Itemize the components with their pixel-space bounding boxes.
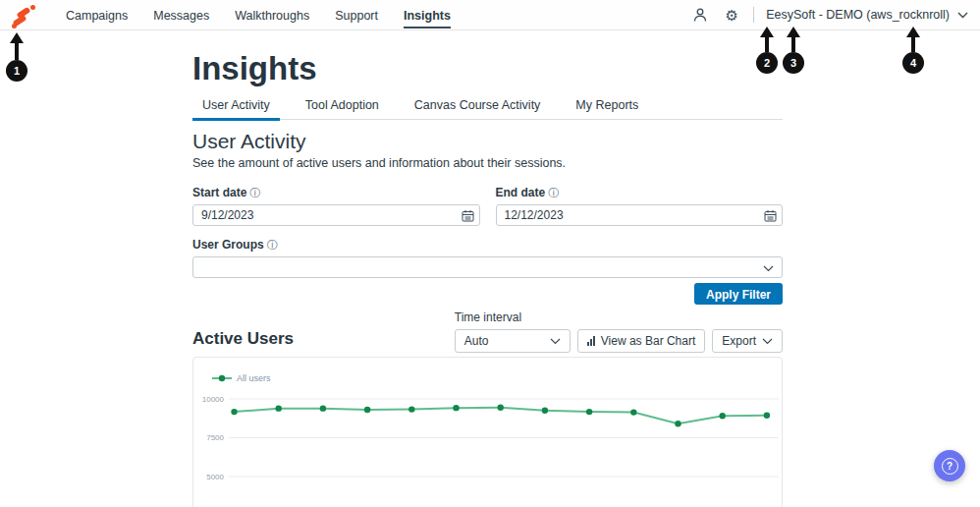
calendar-icon[interactable] — [764, 208, 777, 226]
user-groups-info-icon[interactable]: ⓘ — [267, 239, 278, 251]
user-profile-icon[interactable] — [690, 5, 710, 25]
start-date-label: Start date — [192, 186, 246, 199]
chevron-down-icon — [957, 12, 968, 19]
end-date-input[interactable] — [496, 204, 784, 226]
arrow-up-icon — [787, 27, 800, 37]
tab-user-activity[interactable]: User Activity — [192, 98, 280, 121]
end-date-info-icon[interactable]: ⓘ — [548, 187, 559, 198]
view-as-bar-chart-button[interactable]: View as Bar Chart — [577, 329, 706, 353]
active-users-chart: 10000750050002500All users — [193, 358, 782, 507]
main-content: Insights User Activity Tool Adoption Can… — [192, 50, 783, 507]
top-nav: Campaigns Messages Walkthroughs Support … — [0, 0, 980, 30]
date-filter-row: Start dateⓘ End dateⓘ — [192, 183, 783, 226]
nav-walkthroughs[interactable]: Walkthroughs — [235, 1, 309, 28]
settings-gear-icon[interactable]: ⚙ — [722, 5, 741, 25]
arrow-up-icon — [906, 27, 920, 37]
start-date-info-icon[interactable]: ⓘ — [249, 187, 260, 198]
chevron-down-icon — [762, 338, 773, 345]
annotation-marker-4: 4 — [902, 27, 924, 74]
calendar-icon[interactable] — [462, 208, 474, 226]
user-groups-label: User Groups — [192, 238, 264, 252]
help-button[interactable]: ? — [934, 450, 965, 481]
nav-messages[interactable]: Messages — [153, 1, 209, 28]
main-nav: Campaigns Messages Walkthroughs Support … — [53, 0, 463, 30]
export-button[interactable]: Export — [712, 329, 783, 353]
section-title: User Activity — [192, 130, 783, 153]
tab-canvas-course-activity[interactable]: Canvas Course Activity — [405, 98, 551, 119]
chart-title: Active Users — [192, 329, 294, 353]
svg-text:7500: 7500 — [206, 433, 224, 442]
nav-support[interactable]: Support — [335, 1, 378, 28]
chart-controls: Time interval Auto View as Bar Chart Exp… — [455, 310, 783, 353]
start-date-input[interactable] — [192, 204, 480, 226]
page-title: Insights — [192, 50, 783, 87]
nav-insights[interactable]: Insights — [404, 1, 451, 28]
start-date-field: Start dateⓘ — [192, 183, 480, 226]
annotation-marker-3: 3 — [783, 27, 804, 74]
svg-text:5000: 5000 — [206, 473, 224, 481]
svg-text:10000: 10000 — [202, 395, 225, 404]
insights-tabs: User Activity Tool Adoption Canvas Cours… — [192, 98, 783, 120]
apply-filter-button[interactable]: Apply Filter — [694, 283, 783, 305]
annotation-marker-1: 1 — [6, 32, 27, 82]
topbar-right: ⚙ EesySoft - DEMO (aws_rocknroll) — [690, 5, 968, 25]
annotation-marker-2: 2 — [756, 27, 778, 74]
svg-text:All users: All users — [237, 373, 271, 383]
time-interval-select[interactable]: Auto — [455, 329, 571, 353]
insights-page: Campaigns Messages Walkthroughs Support … — [0, 0, 980, 507]
header-divider — [753, 7, 754, 23]
active-users-chart-card: 10000750050002500All users — [192, 357, 783, 507]
account-switcher[interactable]: EesySoft - DEMO (aws_rocknroll) — [766, 8, 968, 22]
time-interval-value: Auto — [464, 334, 489, 348]
eesysoft-logo-icon[interactable] — [8, 3, 37, 29]
tab-my-reports[interactable]: My Reports — [566, 98, 648, 119]
time-interval-label: Time interval — [455, 310, 521, 324]
tab-tool-adoption[interactable]: Tool Adoption — [296, 98, 389, 119]
user-groups-field: User Groupsⓘ — [192, 235, 783, 253]
chevron-down-icon — [550, 338, 561, 345]
bar-chart-icon — [587, 336, 595, 346]
arrow-up-icon — [10, 32, 24, 43]
chevron-down-icon — [763, 265, 774, 272]
question-mark-icon: ? — [942, 458, 958, 475]
account-label: EesySoft - DEMO (aws_rocknroll) — [766, 8, 950, 22]
end-date-field: End dateⓘ — [496, 183, 784, 226]
chart-header: Active Users Time interval Auto View as … — [192, 310, 783, 353]
arrow-up-icon — [760, 27, 774, 37]
nav-campaigns[interactable]: Campaigns — [66, 1, 128, 28]
section-description: See the amount of active users and infor… — [192, 156, 783, 170]
user-groups-select[interactable] — [192, 256, 783, 278]
end-date-label: End date — [496, 186, 546, 199]
